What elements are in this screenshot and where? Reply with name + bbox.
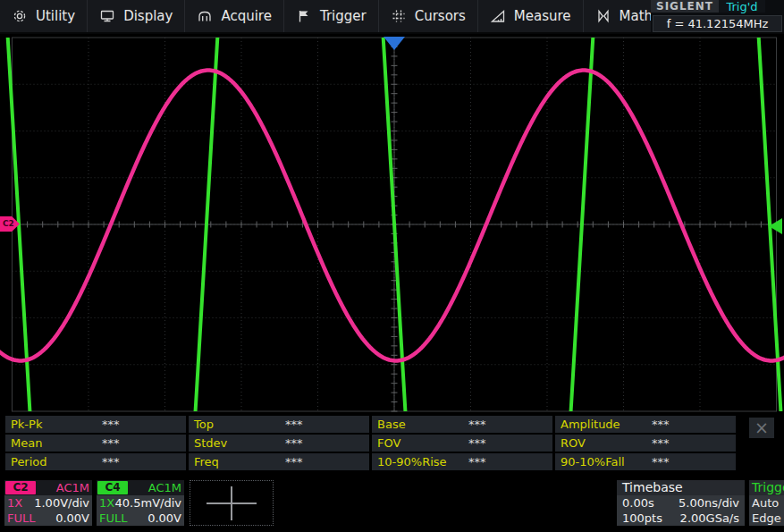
menu-cursors[interactable]: Cursors [379, 0, 478, 32]
menu-acquire[interactable]: Acquire [185, 0, 284, 32]
menu-utility[interactable]: Utility [0, 0, 88, 32]
measure-cell: Base*** [372, 416, 552, 433]
attenuation-label: 1X [99, 495, 114, 511]
trigger-title: Trigger [749, 480, 784, 495]
scope-graticule [0, 34, 784, 413]
timebase-descriptor[interactable]: Timebase 0.00s5.00ns/div 100pts2.00GSa/s [617, 480, 745, 526]
menu-label: Display [123, 8, 173, 24]
measure-cell: Top*** [189, 416, 369, 433]
trigger-level-marker[interactable] [769, 218, 782, 234]
menu-display[interactable]: Display [88, 0, 185, 32]
timebase-scale: 5.00ns/div [679, 495, 739, 511]
math-bowtie-icon [595, 8, 611, 24]
brand-status-block: SIGLENT Trig'd f = 41.12154MHz [651, 0, 784, 32]
measure-cell: 90-10%Fall*** [555, 453, 736, 470]
measure-cell: Stdev*** [189, 435, 369, 452]
menu-label: Cursors [415, 8, 466, 24]
trigger-status-badge: Trig'd [719, 0, 765, 13]
measurement-panel: Pk-Pk*** Top*** Base*** Amplitude*** Mea… [0, 415, 784, 472]
bandwidth-label: FULL [7, 511, 35, 526]
inactive-channel-slot[interactable] [190, 480, 274, 526]
close-icon[interactable]: × [749, 418, 774, 438]
bandwidth-label: FULL [99, 511, 127, 526]
trigger-type: Edge [749, 511, 784, 526]
measure-cell: Amplitude*** [555, 416, 736, 433]
coupling-label: AC1M [148, 481, 181, 494]
measure-cell: ROV*** [555, 435, 736, 452]
timebase-memory: 100pts [622, 511, 662, 526]
gear-icon [12, 8, 28, 24]
timebase-samplerate: 2.00GSa/s [680, 511, 739, 526]
crosshair-icon [231, 486, 232, 520]
menu-label: Acquire [221, 8, 272, 24]
scale-value: 40.5mV/div [115, 495, 181, 511]
offset-value: 0.00V [148, 511, 181, 526]
acquire-arch-icon [197, 8, 213, 24]
channel-descriptor-c4[interactable]: C4 AC1M 1X40.5mV/div FULL0.00V [97, 480, 184, 526]
menu-trigger[interactable]: Trigger [284, 0, 379, 32]
measure-cell: Pk-Pk*** [5, 416, 186, 433]
ruler-triangle-icon [490, 8, 506, 24]
menu-label: Math [620, 8, 653, 24]
attenuation-label: 1X [7, 495, 22, 511]
measure-cell: Freq*** [189, 453, 369, 470]
cursors-grid-icon [391, 8, 407, 24]
measure-cell: 10-90%Rise*** [372, 453, 552, 470]
scale-value: 1.00V/div [34, 495, 89, 511]
flag-icon [296, 8, 312, 24]
timebase-delay: 0.00s [622, 495, 654, 511]
coupling-label: AC1M [56, 481, 89, 494]
menu-label: Utility [36, 8, 75, 24]
bottom-status-bar: C2 AC1M 1X1.00V/div FULL0.00V C4 AC1M 1X… [0, 474, 784, 532]
waveform-display[interactable]: C2 [0, 34, 784, 413]
measure-cell: FOV*** [372, 435, 552, 452]
menu-label: Trigger [320, 8, 367, 24]
trigger-position-marker[interactable] [384, 37, 405, 50]
trigger-mode: Auto [749, 495, 784, 511]
trigger-descriptor[interactable]: Trigger Auto Edge [749, 480, 784, 526]
channel-badge-c2: C2 [5, 481, 36, 494]
measure-cell: Period*** [5, 453, 186, 470]
timebase-title: Timebase [617, 480, 745, 495]
siglent-logo: SIGLENT [651, 0, 719, 13]
menu-measure[interactable]: Measure [478, 0, 584, 32]
menu-label: Measure [514, 8, 571, 24]
offset-value: 0.00V [55, 511, 89, 526]
channel-badge-c4: C4 [97, 481, 128, 494]
measure-cell: Mean*** [5, 435, 186, 452]
frequency-counter-readout: f = 41.12154MHz [653, 15, 782, 32]
top-menubar: Utility Display Acquire Trigger Cur [0, 0, 784, 34]
channel-descriptor-c2[interactable]: C2 AC1M 1X1.00V/div FULL0.00V [4, 480, 92, 526]
monitor-icon [99, 8, 115, 24]
